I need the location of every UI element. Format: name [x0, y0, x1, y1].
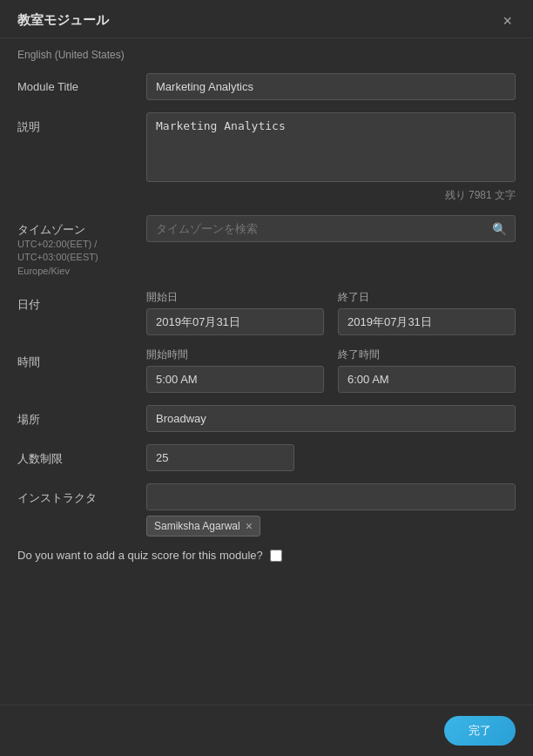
- module-title-input[interactable]: [146, 73, 516, 100]
- instructor-tag-name: Samiksha Agarwal: [154, 520, 240, 532]
- date-group: 開始日 終了日: [146, 290, 516, 335]
- instructor-control: Samiksha Agarwal ×: [146, 483, 516, 537]
- end-time-item: 終了時間: [338, 348, 516, 393]
- timezone-row: タイムゾーン UTC+02:00(EET) /UTC+03:00(EEST)Eu…: [17, 215, 516, 278]
- char-count: 残り 7981 文字: [146, 188, 516, 203]
- location-input[interactable]: [146, 405, 516, 432]
- modal-body: English (United States) Module Title 説明 …: [0, 38, 533, 751]
- location-control: [146, 405, 516, 432]
- timezone-search-input[interactable]: [146, 215, 516, 242]
- time-row: 時間 開始時間 終了時間: [17, 348, 516, 393]
- start-date-label: 開始日: [146, 290, 324, 305]
- capacity-input[interactable]: [146, 444, 294, 471]
- time-label: 時間: [17, 348, 146, 370]
- end-date-item: 終了日: [338, 290, 516, 335]
- submit-button[interactable]: 完了: [444, 716, 516, 746]
- end-time-label: 終了時間: [338, 348, 516, 362]
- timezone-main-label: タイムゾーン: [17, 222, 146, 238]
- time-group: 開始時間 終了時間: [146, 348, 516, 393]
- end-date-input[interactable]: [338, 308, 516, 335]
- modal-footer: 完了: [0, 705, 533, 756]
- date-control: 開始日 終了日: [146, 290, 516, 335]
- start-time-item: 開始時間: [146, 348, 324, 393]
- start-date-input[interactable]: [146, 308, 324, 335]
- end-time-input[interactable]: [338, 366, 516, 393]
- module-title-row: Module Title: [17, 73, 516, 100]
- capacity-control: [146, 444, 516, 471]
- instructor-row: インストラクタ Samiksha Agarwal ×: [17, 483, 516, 537]
- modal-header: 教室モジュール ×: [0, 0, 533, 38]
- timezone-sub-label: UTC+02:00(EET) /UTC+03:00(EEST)Europe/Ki…: [17, 238, 146, 278]
- instructor-tags: Samiksha Agarwal ×: [146, 516, 516, 537]
- description-label: 説明: [17, 112, 146, 135]
- quiz-label: Do you want to add a quiz score for this…: [17, 549, 263, 562]
- instructor-tag: Samiksha Agarwal ×: [146, 516, 260, 537]
- date-row: 日付 開始日 終了日: [17, 290, 516, 335]
- instructor-label: インストラクタ: [17, 483, 146, 506]
- location-row: 場所: [17, 405, 516, 432]
- start-time-label: 開始時間: [146, 348, 324, 362]
- modal-container: 教室モジュール × English (United States) Module…: [0, 0, 533, 756]
- close-button[interactable]: ×: [499, 13, 516, 29]
- date-label: 日付: [17, 290, 146, 313]
- start-time-input[interactable]: [146, 366, 324, 393]
- locale-label: English (United States): [17, 49, 516, 61]
- description-textarea[interactable]: [146, 112, 516, 182]
- time-control: 開始時間 終了時間: [146, 348, 516, 393]
- module-title-control: [146, 73, 516, 100]
- timezone-control: 🔍: [146, 215, 516, 242]
- description-control: 残り 7981 文字: [146, 112, 516, 203]
- modal-title: 教室モジュール: [17, 12, 109, 29]
- module-title-label: Module Title: [17, 73, 146, 93]
- end-date-label: 終了日: [338, 290, 516, 305]
- quiz-checkbox[interactable]: [270, 550, 282, 562]
- capacity-label: 人数制限: [17, 444, 146, 467]
- instructor-input[interactable]: [146, 483, 516, 510]
- capacity-row: 人数制限: [17, 444, 516, 471]
- location-label: 場所: [17, 405, 146, 428]
- instructor-tag-close[interactable]: ×: [246, 520, 253, 532]
- timezone-label: タイムゾーン UTC+02:00(EET) /UTC+03:00(EEST)Eu…: [17, 215, 146, 278]
- quiz-row: Do you want to add a quiz score for this…: [17, 549, 516, 562]
- start-date-item: 開始日: [146, 290, 324, 335]
- description-row: 説明 残り 7981 文字: [17, 112, 516, 203]
